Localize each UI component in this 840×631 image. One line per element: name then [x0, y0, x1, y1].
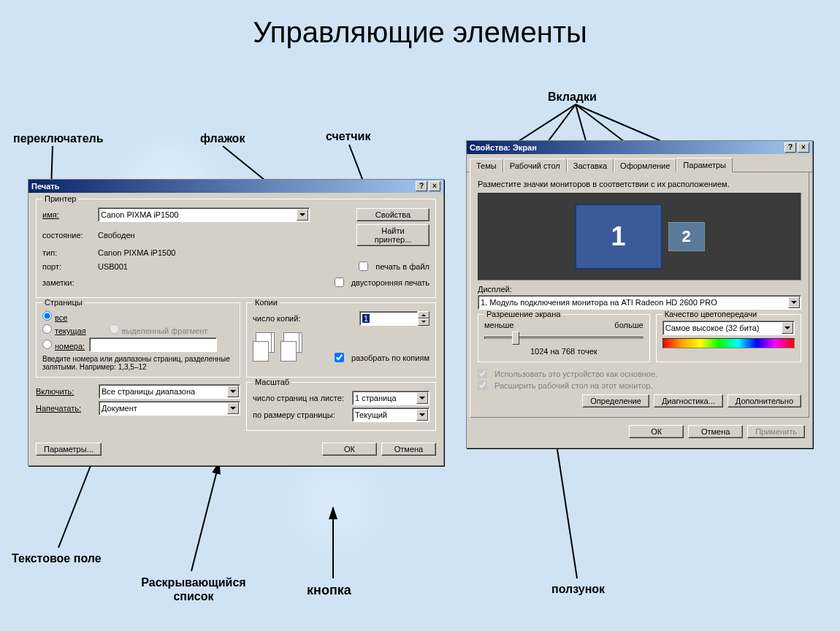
type-label: тип:	[42, 248, 93, 257]
display-titlebar[interactable]: Свойства: Экран ? ×	[467, 141, 812, 154]
radio-current-label: текущая	[55, 326, 86, 335]
radio-all-label: все	[55, 313, 67, 322]
annotation-button: кнопка	[307, 583, 351, 598]
printer-properties-button[interactable]: Свойства	[356, 208, 429, 221]
fit-to-page-combo[interactable]: Текущий	[352, 408, 429, 422]
status-label: состояние:	[42, 231, 93, 240]
display-select-combo[interactable]: 1. Модуль подключения монитора на ATI Ra…	[478, 295, 801, 310]
advanced-button[interactable]: Дополнительно	[728, 394, 801, 408]
printwhat-label: Напечатать:	[36, 404, 94, 413]
scale-group-label: Масштаб	[253, 378, 291, 386]
color-quality-value: Самое высокое (32 бита)	[665, 324, 760, 332]
copies-group-label: Копии	[253, 298, 280, 307]
print-dialog: Печать ? × Принтер имя: Canon PIXMA iP15…	[28, 179, 444, 466]
monitor-hint: Разместите значки мониторов в соответств…	[478, 180, 801, 188]
printer-name-value: Canon PIXMA iP1500	[101, 210, 178, 219]
port-value: USB001	[98, 262, 128, 271]
close-icon[interactable]: ×	[798, 142, 809, 153]
chevron-down-icon[interactable]	[782, 322, 793, 334]
display-select-value: 1. Модуль подключения монитора на ATI Ra…	[481, 298, 717, 307]
display-dialog: Свойства: Экран ? × Темы Рабочий стол За…	[466, 140, 813, 448]
display-cancel-button[interactable]: Отмена	[688, 425, 743, 438]
annotation-spinner: счетчик	[326, 130, 370, 143]
monitor-1[interactable]: 1	[575, 204, 663, 269]
annotation-switch: переключатель	[13, 132, 104, 145]
collate-label: разобрать по копиям	[351, 353, 429, 362]
tab-strip: Темы Рабочий стол Заставка Оформление Па…	[467, 154, 812, 172]
tab-desktop[interactable]: Рабочий стол	[503, 158, 567, 172]
identify-button[interactable]: Определение	[582, 394, 649, 408]
printer-name-combo[interactable]: Canon PIXMA iP1500	[98, 207, 310, 222]
duplex-checkbox[interactable]: двусторонняя печать	[335, 278, 429, 287]
help-icon[interactable]: ?	[784, 142, 796, 153]
collate-checkbox[interactable]: разобрать по копиям	[335, 353, 429, 362]
chevron-down-icon[interactable]	[227, 402, 239, 414]
display-ok-button[interactable]: ОК	[629, 425, 684, 438]
tab-themes[interactable]: Темы	[470, 158, 503, 172]
copies-spinner[interactable]: 1	[359, 311, 429, 326]
find-printer-button[interactable]: Найти принтер...	[356, 224, 429, 246]
resolution-slider[interactable]	[484, 329, 644, 347]
diagnostics-button[interactable]: Диагностика...	[654, 394, 723, 408]
print-titlebar[interactable]: Печать ? ×	[28, 180, 443, 193]
chevron-down-icon[interactable]	[227, 386, 239, 397]
collate-icon-group	[253, 332, 305, 364]
res-more-label: больше	[614, 321, 643, 329]
annotation-tabs: Вкладки	[548, 91, 597, 104]
pages-hint: Введите номера или диапазоны страниц, ра…	[42, 355, 234, 371]
resolution-value: 1024 на 768 точек	[484, 347, 644, 356]
radio-current[interactable]: текущая	[42, 324, 86, 335]
tab-appearance[interactable]: Оформление	[614, 158, 676, 172]
status-value: Свободен	[98, 231, 135, 240]
pages-per-sheet-value: 1 страница	[355, 394, 397, 402]
scale-group: Масштаб число страниц на листе: 1 страни…	[246, 382, 436, 431]
resolution-group-label: Разрешение экрана	[484, 310, 562, 318]
display-apply-button[interactable]: Применить	[747, 425, 805, 438]
monitor-arrange-area[interactable]: 1 2	[478, 193, 801, 280]
color-quality-combo[interactable]: Самое высокое (32 бита)	[663, 321, 795, 335]
chevron-down-icon[interactable]	[788, 297, 800, 308]
pages-per-sheet-label: число страниц на листе:	[253, 394, 348, 402]
include-label: Включить:	[36, 387, 94, 396]
pages-group-label: Страницы	[42, 298, 85, 307]
chevron-down-icon[interactable]	[416, 392, 428, 404]
close-icon[interactable]: ×	[429, 181, 440, 191]
slider-thumb[interactable]	[512, 332, 519, 345]
display-title: Свойства: Экран	[470, 143, 537, 152]
help-icon[interactable]: ?	[416, 181, 427, 191]
ok-button[interactable]: ОК	[322, 443, 377, 456]
annotation-dropdown: Раскрывающийся список	[124, 575, 263, 603]
printwhat-combo[interactable]: Документ	[99, 401, 240, 416]
monitor-2[interactable]: 2	[668, 222, 705, 251]
radio-all[interactable]: все	[42, 311, 67, 322]
page-numbers-input[interactable]	[89, 337, 217, 352]
print-to-file-label: печать в файл	[375, 262, 429, 271]
notes-label: заметки:	[42, 278, 93, 287]
params-button[interactable]: Параметры...	[36, 443, 102, 456]
printwhat-value: Документ	[102, 404, 137, 413]
use-as-primary-checkbox: Использовать это устройство как основное…	[478, 369, 801, 378]
primary-label: Использовать это устройство как основное…	[495, 370, 657, 378]
chevron-down-icon[interactable]	[297, 209, 308, 221]
copies-group: Копии число копий: 1	[246, 302, 436, 378]
resolution-group: Разрешение экрана меньше больше 1024 на …	[478, 314, 650, 362]
slide-title: Управляющие элементы	[0, 16, 840, 49]
cancel-button[interactable]: Отмена	[381, 443, 436, 456]
chevron-down-icon[interactable]	[416, 409, 428, 421]
res-less-label: меньше	[484, 321, 513, 329]
radio-numbers[interactable]: номера:	[42, 340, 85, 351]
color-preview-bar	[663, 338, 795, 348]
spinner-down-icon[interactable]	[418, 318, 429, 326]
spinner-up-icon[interactable]	[418, 311, 429, 318]
print-to-file-checkbox[interactable]: печать в файл	[359, 261, 429, 271]
printer-group: Принтер имя: Canon PIXMA iP1500 Свойства…	[36, 199, 436, 298]
annotation-slider: ползунок	[551, 583, 605, 596]
tab-settings[interactable]: Параметры	[676, 158, 733, 172]
include-combo[interactable]: Все страницы диапазона	[99, 384, 240, 399]
extend-desktop-checkbox: Расширить рабочий стол на этот монитор.	[478, 380, 801, 390]
tab-screensaver[interactable]: Заставка	[567, 158, 614, 172]
pages-per-sheet-combo[interactable]: 1 страница	[352, 391, 429, 405]
extend-label: Расширить рабочий стол на этот монитор.	[495, 381, 653, 390]
fit-to-page-value: Текущий	[355, 410, 387, 419]
printer-name-label: имя:	[42, 210, 93, 219]
